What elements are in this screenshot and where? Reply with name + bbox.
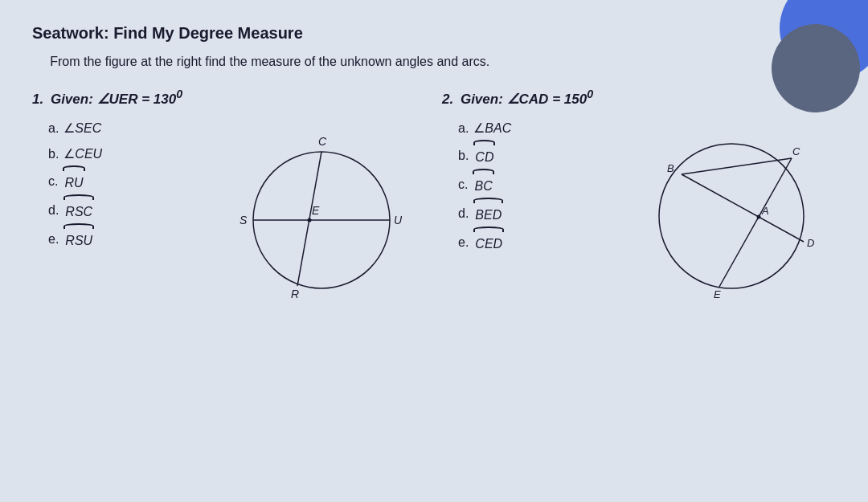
problem2-number: 2. bbox=[442, 92, 453, 107]
problem2-value: = 1500 bbox=[552, 92, 593, 107]
problem1-number: 1. bbox=[32, 92, 43, 107]
label-A2: A bbox=[761, 205, 769, 217]
label-U: U bbox=[394, 214, 403, 227]
label-S: S bbox=[240, 214, 248, 227]
label-B2: B bbox=[667, 162, 674, 174]
problem1-angle: ∠UER bbox=[97, 92, 138, 107]
label-C: C bbox=[318, 135, 327, 148]
label-D2: D bbox=[807, 237, 814, 249]
svg-line-7 bbox=[682, 158, 792, 174]
diagram2-container: B C D E A bbox=[643, 120, 828, 308]
label-E2: E bbox=[714, 288, 721, 300]
label-C2: C bbox=[792, 145, 800, 157]
page-title: Seatwork: Find My Degree Measure bbox=[32, 24, 836, 43]
svg-point-4 bbox=[659, 144, 804, 288]
problems-row: 1. Given: ∠UER = 1300 a. ∠SEC b. ∠CEU c.… bbox=[32, 88, 836, 257]
page-container: Seatwork: Find My Degree Measure From th… bbox=[0, 0, 868, 502]
svg-line-6 bbox=[719, 158, 792, 287]
diagram2-svg: B C D E A bbox=[643, 120, 828, 304]
intro-text: From the figure at the right find the me… bbox=[32, 52, 755, 71]
label-E: E bbox=[312, 204, 320, 217]
label-R: R bbox=[291, 288, 299, 300]
svg-point-3 bbox=[308, 218, 312, 222]
problem2-given-label: Given: bbox=[461, 92, 503, 107]
diagram1-container: C U R S E bbox=[233, 128, 410, 308]
problem2-angle: ∠CAD bbox=[507, 92, 549, 107]
diagram1-svg: C U R S E bbox=[233, 128, 410, 304]
problem1-value: = 1300 bbox=[141, 92, 182, 107]
deco-circle-gray bbox=[772, 24, 860, 112]
problem-2: 2. Given: ∠CAD = 1500 a. ∠BAC b. CD c. B… bbox=[442, 88, 836, 257]
problem1-given-label: Given: bbox=[51, 92, 93, 107]
svg-point-8 bbox=[757, 215, 761, 219]
problem-1: 1. Given: ∠UER = 1300 a. ∠SEC b. ∠CEU c.… bbox=[32, 88, 426, 254]
problem1-given: 1. Given: ∠UER = 1300 bbox=[32, 88, 426, 108]
svg-line-5 bbox=[682, 174, 804, 242]
